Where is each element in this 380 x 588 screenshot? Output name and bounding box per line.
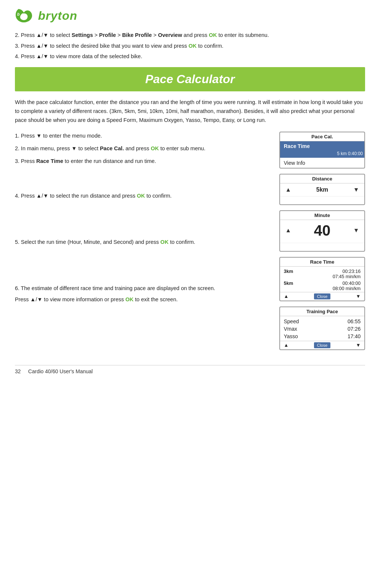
up-arrow-icon-2: ▲	[285, 227, 291, 234]
up-arrow-icon: ▲	[285, 186, 291, 193]
screen5-up-icon: ▲	[284, 342, 289, 348]
race-row-1-pace: 07:45 min/km	[333, 274, 361, 279]
pace-step-2: 2. In main menu, press ▼ to select Pace …	[15, 144, 272, 153]
pace-step-3: 3. Press Race Time to enter the run dist…	[15, 157, 272, 166]
screen-training-pace: Training Pace Speed 06:55 Vmax 07:26 Yas…	[279, 306, 365, 350]
header: b bryton	[15, 7, 365, 24]
screen5-bottom-nav: ▲ Close ▼	[280, 341, 364, 349]
right-column: Pace Cal. Race Time 5 km 0:40:00 View In…	[279, 132, 365, 350]
screen-distance: Distance ▲ 5km ▼	[279, 174, 365, 205]
screen2-nav: ▲ 5km ▼	[280, 183, 364, 196]
footer-page-number: 32	[15, 368, 21, 374]
screen1-selected-sub: 5 km 0:40:00	[280, 151, 364, 158]
screen3-header: Minute	[280, 211, 364, 220]
down-arrow-icon: ▼	[353, 186, 359, 193]
training-row-3-label: Yasso	[284, 333, 298, 339]
main-content: 1. Press ▼ to enter the menu mode. 2. In…	[15, 132, 365, 350]
training-row-2-val: 07:26	[348, 326, 361, 332]
screen3-empty	[280, 243, 364, 251]
screen3-nav: ▲ 40 ▼	[280, 220, 364, 243]
down-arrow-icon-2: ▼	[353, 227, 359, 234]
race-row-2-dist: 5km	[284, 281, 293, 291]
screen-pace-cal: Pace Cal. Race Time 5 km 0:40:00 View In…	[279, 132, 365, 169]
pace-calculator-description: With the pace calculator function, enter…	[15, 98, 365, 125]
pace-step-4: 4. Press ▲/▼ to select the run distance …	[15, 192, 272, 201]
race-row-1-dist: 3km	[284, 269, 293, 279]
pace-step-6: 6. The estimate of different race time a…	[15, 284, 272, 304]
screen1-header: Pace Cal.	[280, 132, 364, 141]
step-2: 2. Press ▲/▼ to select Settings > Profil…	[15, 31, 365, 40]
footer-manual-title: Cardio 40/60 User's Manual	[28, 368, 93, 374]
screen4-header: Race Time	[280, 258, 364, 267]
screen1-normal-row: View Info	[280, 158, 364, 168]
screen2-value: 5km	[316, 186, 328, 193]
training-row-1-label: Speed	[284, 318, 299, 324]
race-row-1-time: 00:23:16	[333, 269, 361, 274]
step-4: 4. Press ▲/▼ to view more data of the se…	[15, 52, 365, 61]
pace-step-1: 1. Press ▼ to enter the menu mode.	[15, 132, 272, 141]
step-3: 3. Press ▲/▼ to select the desired bike …	[15, 41, 365, 51]
svg-text:b: b	[17, 12, 20, 16]
footer: 32 Cardio 40/60 User's Manual	[15, 365, 365, 374]
screen5-close-btn[interactable]: Close	[314, 342, 330, 348]
screen5-down-icon: ▼	[356, 342, 361, 348]
screen4-up-icon: ▲	[284, 293, 289, 299]
left-column: 1. Press ▼ to enter the menu mode. 2. In…	[15, 132, 279, 350]
banner-title: Pace Calculator	[15, 72, 365, 86]
screen5-header: Training Pace	[280, 307, 364, 316]
screen1-selected-row: Race Time	[280, 141, 364, 151]
screen2-header: Distance	[280, 174, 364, 183]
training-row-1-val: 06:55	[348, 318, 361, 324]
brand-name: bryton	[38, 9, 78, 23]
screen4-close-btn[interactable]: Close	[314, 293, 330, 299]
screen-race-time: Race Time 3km 00:23:16 07:45 min/km 5km …	[279, 257, 365, 301]
training-row-2-label: Vmax	[284, 326, 297, 332]
screen3-value: 40	[314, 222, 331, 239]
screen4-down-icon: ▼	[356, 293, 361, 299]
screen2-empty	[280, 196, 364, 204]
pace-calculator-banner: Pace Calculator	[15, 67, 365, 91]
race-row-2-pace: 08:00 min/km	[333, 286, 361, 291]
screen4-bottom-nav: ▲ Close ▼	[280, 292, 364, 301]
bryton-logo-icon: b	[15, 7, 34, 24]
pace-step-5: 5. Select the run time (Hour, Minute, an…	[15, 238, 272, 247]
training-row-3-val: 17:40	[348, 333, 361, 339]
top-steps: 2. Press ▲/▼ to select Settings > Profil…	[15, 31, 365, 61]
screen-minute: Minute ▲ 40 ▼	[279, 210, 365, 252]
race-row-2-time: 00:40:00	[333, 281, 361, 286]
